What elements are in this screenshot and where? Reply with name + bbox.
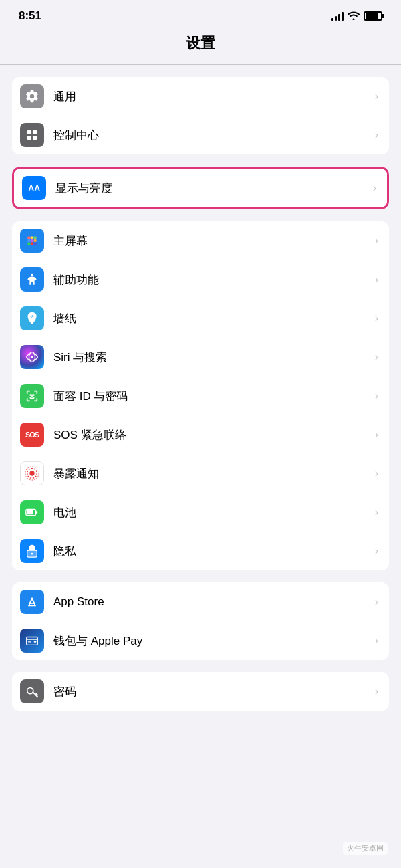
- accessibility-chevron: ›: [375, 274, 378, 285]
- settings-group-display: AA 显示与亮度 ›: [12, 167, 389, 209]
- wallet-icon: [20, 629, 44, 653]
- settings-row-general[interactable]: 通用 ›: [12, 77, 389, 116]
- settings-row-siri[interactable]: Siri 与搜索 ›: [12, 338, 389, 376]
- svg-point-12: [31, 242, 34, 245]
- privacy-icon: [20, 539, 44, 563]
- settings-row-appstore[interactable]: App Store ›: [12, 582, 389, 621]
- settings-row-display[interactable]: AA 显示与亮度 ›: [14, 169, 387, 207]
- wallet-label: 钱包与 Apple Pay: [53, 633, 371, 649]
- svg-point-6: [31, 236, 34, 239]
- wifi-icon: [348, 11, 360, 22]
- svg-point-5: [27, 236, 31, 239]
- faceid-label: 面容 ID 与密码: [53, 389, 371, 404]
- battery-label: 电池: [53, 505, 371, 520]
- svg-point-8: [27, 239, 31, 243]
- svg-point-26: [31, 553, 33, 555]
- status-bar: 8:51: [0, 0, 401, 27]
- settings-group-password: 密码 ›: [12, 672, 389, 711]
- sos-chevron: ›: [375, 429, 378, 440]
- signal-icon: [331, 11, 344, 21]
- status-time: 8:51: [19, 9, 41, 23]
- sos-icon: SOS: [20, 423, 44, 447]
- settings-row-battery[interactable]: 电池 ›: [12, 493, 389, 532]
- homescreen-label: 主屏幕: [53, 233, 371, 249]
- control-center-chevron: ›: [375, 130, 378, 140]
- accessibility-icon: [20, 267, 44, 292]
- svg-point-13: [33, 242, 37, 245]
- password-label: 密码: [53, 684, 371, 699]
- svg-rect-3: [33, 136, 37, 140]
- settings-group-main: 主屏幕 › 辅助功能 › 墙纸 ›: [12, 221, 389, 570]
- page-title: 设置: [0, 27, 401, 64]
- appstore-icon: [20, 590, 44, 614]
- settings-row-exposure[interactable]: 暴露通知 ›: [12, 454, 389, 493]
- settings-row-wallpaper[interactable]: 墙纸 ›: [12, 299, 389, 338]
- homescreen-icon: [20, 229, 44, 253]
- password-chevron: ›: [375, 686, 378, 697]
- settings-row-control-center[interactable]: 控制中心 ›: [12, 116, 389, 154]
- control-center-icon: [20, 123, 44, 147]
- general-icon: [20, 84, 44, 108]
- status-icons: [331, 11, 382, 22]
- wallpaper-label: 墙纸: [53, 311, 371, 326]
- svg-point-30: [27, 688, 33, 694]
- exposure-icon: [20, 461, 44, 485]
- privacy-chevron: ›: [375, 546, 378, 556]
- display-label: 显示与亮度: [55, 181, 369, 196]
- svg-rect-2: [27, 136, 31, 140]
- watermark: 火牛安卓网: [343, 842, 388, 855]
- settings-row-accessibility[interactable]: 辅助功能 ›: [12, 260, 389, 299]
- svg-point-19: [29, 471, 34, 475]
- wallet-chevron: ›: [375, 635, 378, 646]
- svg-rect-0: [27, 130, 31, 134]
- svg-point-10: [33, 239, 37, 243]
- battery-chevron: ›: [375, 507, 378, 518]
- battery-icon-row: [20, 500, 44, 524]
- sos-label: SOS 紧急联络: [53, 427, 371, 443]
- settings-group-1: 通用 › 控制中心 ›: [12, 77, 389, 154]
- settings-row-privacy[interactable]: 隐私 ›: [12, 532, 389, 570]
- svg-rect-1: [33, 130, 37, 134]
- privacy-label: 隐私: [53, 544, 371, 559]
- exposure-label: 暴露通知: [53, 466, 371, 481]
- faceid-chevron: ›: [375, 391, 378, 401]
- svg-point-11: [27, 242, 31, 245]
- accessibility-label: 辅助功能: [53, 272, 371, 288]
- general-chevron: ›: [375, 91, 378, 102]
- battery-status-icon: [364, 11, 382, 21]
- settings-row-homescreen[interactable]: 主屏幕 ›: [12, 221, 389, 260]
- display-aa-text: AA: [28, 183, 40, 193]
- display-icon: AA: [22, 176, 46, 200]
- appstore-label: App Store: [53, 595, 371, 609]
- settings-row-faceid[interactable]: 面容 ID 与密码 ›: [12, 376, 389, 415]
- svg-point-7: [33, 236, 37, 239]
- settings-row-wallet[interactable]: 钱包与 Apple Pay ›: [12, 621, 389, 660]
- siri-chevron: ›: [375, 352, 378, 362]
- faceid-icon: [20, 384, 44, 408]
- siri-label: Siri 与搜索: [53, 350, 371, 365]
- settings-group-apps: App Store › 钱包与 Apple Pay ›: [12, 582, 389, 660]
- wallpaper-icon: [20, 306, 44, 330]
- svg-rect-29: [34, 641, 37, 643]
- display-chevron: ›: [373, 183, 376, 193]
- sos-text: SOS: [25, 431, 39, 439]
- settings-row-sos[interactable]: SOS SOS 紧急联络 ›: [12, 415, 389, 454]
- exposure-chevron: ›: [375, 468, 378, 479]
- control-center-label: 控制中心: [53, 128, 371, 143]
- siri-icon: [20, 345, 44, 369]
- password-icon: [20, 679, 44, 703]
- appstore-chevron: ›: [375, 596, 378, 607]
- homescreen-chevron: ›: [375, 235, 378, 246]
- svg-rect-23: [27, 510, 33, 514]
- settings-row-password[interactable]: 密码 ›: [12, 672, 389, 711]
- svg-point-18: [31, 356, 33, 358]
- svg-point-9: [31, 239, 34, 243]
- svg-point-14: [31, 274, 33, 276]
- wallpaper-chevron: ›: [375, 313, 378, 324]
- title-divider: [0, 64, 401, 65]
- general-label: 通用: [53, 89, 371, 104]
